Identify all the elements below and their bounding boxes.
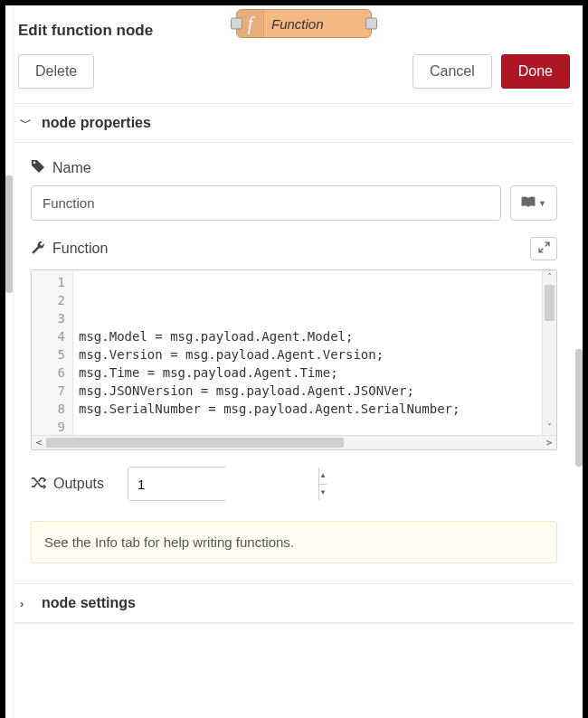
- code-gutter: 12345678910: [32, 270, 73, 435]
- outputs-increment-button[interactable]: ▲: [319, 468, 327, 485]
- editor-horizontal-scrollbar[interactable]: < >: [32, 435, 556, 449]
- node-properties-body: Name ▼ Function: [14, 143, 574, 571]
- section-node-settings[interactable]: › node settings: [14, 583, 574, 623]
- code-editor[interactable]: 12345678910 msg.Model = msg.payload.Agen…: [31, 269, 557, 450]
- code-content[interactable]: msg.Model = msg.payload.Agent.Model;msg.…: [73, 270, 542, 435]
- outputs-spinner[interactable]: ▲ ▼: [128, 467, 227, 501]
- wrench-icon: [31, 241, 45, 258]
- cancel-button[interactable]: Cancel: [413, 54, 492, 89]
- chevron-right-icon: ›: [20, 597, 33, 610]
- outer-left-scrollbar[interactable]: [5, 175, 13, 293]
- shuffle-icon: [31, 476, 46, 492]
- expand-icon: [538, 241, 550, 256]
- scroll-up-icon[interactable]: ˆ: [543, 270, 556, 285]
- scroll-thumb-vertical[interactable]: [545, 285, 555, 321]
- outputs-label: Outputs: [53, 476, 104, 492]
- editor-vertical-scrollbar[interactable]: ˆ ˇ: [542, 270, 556, 435]
- section-node-properties-title: node properties: [42, 115, 151, 131]
- function-label: Function: [52, 241, 108, 257]
- outputs-decrement-button[interactable]: ▼: [319, 485, 327, 501]
- tag-icon: [31, 159, 45, 176]
- name-library-button[interactable]: ▼: [510, 185, 557, 221]
- expand-editor-button[interactable]: [530, 237, 557, 260]
- scroll-right-icon[interactable]: >: [542, 437, 556, 449]
- name-input[interactable]: [31, 185, 501, 221]
- scroll-left-icon[interactable]: <: [32, 437, 46, 449]
- book-icon: [521, 195, 536, 211]
- delete-button[interactable]: Delete: [18, 54, 94, 89]
- caret-down-icon: ▼: [538, 199, 546, 208]
- panel-title: Edit function node: [18, 22, 153, 40]
- node-preview-label: Function: [264, 16, 371, 32]
- node-preview-pill: f Function: [236, 9, 372, 38]
- section-node-settings-title: node settings: [42, 595, 136, 611]
- chevron-down-icon: ﹀: [20, 115, 33, 131]
- outer-right-scrollbar[interactable]: [575, 349, 583, 467]
- edit-panel: Edit function node f Function Delete Can…: [14, 5, 574, 718]
- scroll-down-icon[interactable]: ˇ: [543, 420, 556, 435]
- section-node-properties[interactable]: ﹀ node properties: [14, 103, 574, 143]
- name-label: Name: [52, 160, 91, 176]
- outputs-input[interactable]: [128, 468, 318, 500]
- done-button[interactable]: Done: [501, 54, 570, 89]
- info-tip: See the Info tab for help writing functi…: [31, 521, 557, 563]
- scroll-thumb-horizontal[interactable]: [46, 438, 344, 448]
- function-node-icon: f: [237, 10, 264, 37]
